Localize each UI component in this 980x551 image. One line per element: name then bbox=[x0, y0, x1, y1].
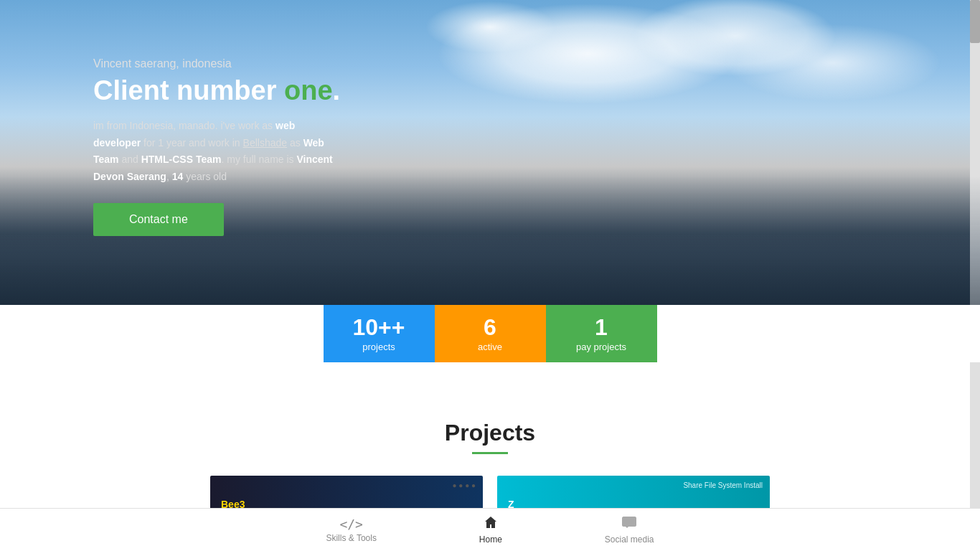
home-icon bbox=[484, 515, 498, 533]
stat-projects-label: projects bbox=[362, 342, 395, 352]
hero-description: im from Indonesia, manado. i've work as … bbox=[93, 118, 344, 186]
stat-pay-label: pay projects bbox=[576, 342, 626, 352]
hero-section: Vincent saerang, indonesia Client number… bbox=[0, 0, 980, 334]
desc-underline: Bellshade bbox=[243, 137, 288, 149]
hero-content: Vincent saerang, indonesia Client number… bbox=[93, 57, 344, 236]
stat-active: 6 active bbox=[435, 305, 546, 362]
desc-bold3: HTML-CSS Team bbox=[141, 154, 222, 165]
stat-active-number: 6 bbox=[484, 316, 496, 339]
contact-button[interactable]: Contact me bbox=[93, 203, 224, 236]
desc-part3: as bbox=[287, 137, 303, 149]
project-2-nav: Share File System Install bbox=[683, 481, 763, 489]
desc-part7: years old bbox=[183, 171, 227, 182]
desc-part5: . my full name is bbox=[221, 154, 296, 165]
nav-items: </> Skills & Tools Home Social media bbox=[275, 509, 705, 550]
nav-home[interactable]: Home bbox=[465, 509, 517, 550]
project-1-dots: ● ● ● ● bbox=[453, 481, 476, 489]
nav-social[interactable]: Social media bbox=[590, 509, 669, 550]
stat-projects: 10++ projects bbox=[324, 305, 435, 362]
hero-title-end: . bbox=[333, 75, 341, 105]
hero-title-start: Client number bbox=[93, 75, 284, 105]
projects-underline bbox=[472, 452, 508, 454]
chat-icon bbox=[622, 515, 636, 533]
code-icon: </> bbox=[339, 517, 363, 532]
stat-projects-number: 10++ bbox=[353, 316, 405, 339]
stat-active-label: active bbox=[478, 342, 502, 352]
projects-title: Projects bbox=[0, 420, 980, 446]
desc-part2: for 1 year and work in bbox=[141, 137, 242, 149]
desc-part1: im from Indonesia, manado. i've work as bbox=[93, 120, 275, 131]
nav-skills[interactable]: </> Skills & Tools bbox=[311, 511, 390, 549]
bottom-nav: </> Skills & Tools Home Social media bbox=[0, 508, 980, 551]
hero-title-accent: one bbox=[284, 75, 333, 105]
hero-location: Vincent saerang, indonesia bbox=[93, 57, 344, 70]
nav-skills-label: Skills & Tools bbox=[326, 533, 376, 543]
desc-bold5: 14 bbox=[172, 171, 184, 182]
stats-inner: 10++ projects 6 active 1 pay projects bbox=[324, 305, 657, 362]
stat-pay-number: 1 bbox=[595, 316, 608, 339]
desc-part6: , bbox=[166, 171, 172, 182]
stats-bar: 10++ projects 6 active 1 pay projects bbox=[0, 305, 980, 362]
hero-title: Client number one. bbox=[93, 76, 344, 106]
desc-part4: and bbox=[119, 154, 141, 165]
nav-social-label: Social media bbox=[605, 534, 654, 545]
nav-home-label: Home bbox=[479, 534, 502, 545]
stat-pay: 1 pay projects bbox=[546, 305, 657, 362]
